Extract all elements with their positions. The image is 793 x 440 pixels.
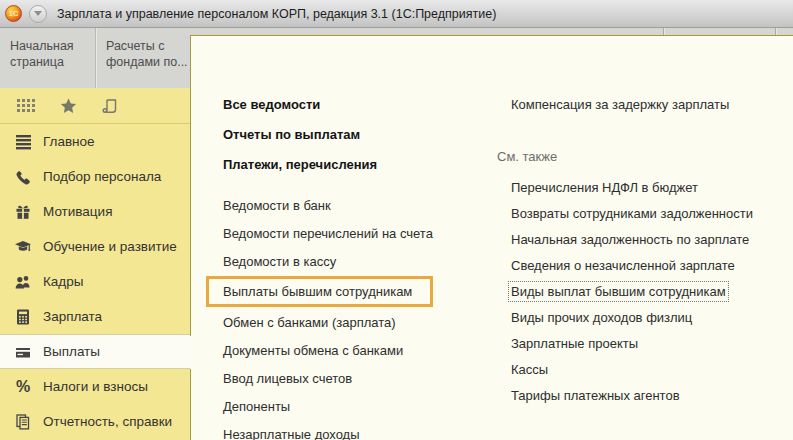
menu-link[interactable]: Компенсация за задержку зарплаты <box>497 89 787 119</box>
sections-grid-icon <box>15 98 37 114</box>
sidebar-item-label: Обучение и развитие <box>43 239 177 254</box>
history-scroll-icon <box>100 97 120 115</box>
sidebar-item-label: Кадры <box>43 274 83 289</box>
menu-link[interactable]: Зарплатные проекты <box>497 330 787 356</box>
gift-icon <box>13 203 33 221</box>
menu-link[interactable]: Возвраты сотрудниками задолженности <box>497 200 787 226</box>
sidebar-item-hr[interactable]: Кадры <box>0 264 190 299</box>
tab-funds-settlements[interactable]: Расчеты с фондами по... <box>96 28 189 88</box>
history-button[interactable] <box>98 95 122 117</box>
favorites-button[interactable] <box>56 95 80 117</box>
see-also-label: См. также <box>497 143 787 169</box>
favorites-star-icon <box>59 97 78 115</box>
sidebar-item-label: Мотивация <box>43 204 112 219</box>
bank-card-icon <box>13 343 33 361</box>
1c-logo-icon: 1С <box>5 5 22 22</box>
tab-label: Начальная страница <box>10 39 74 69</box>
sections-sidebar: Главное Подбор персонала Мотивация Обуче… <box>0 88 190 440</box>
menu-column-1: Все ведомости Отчеты по выплатам Платежи… <box>223 89 433 440</box>
sidebar-item-motivation[interactable]: Мотивация <box>0 194 190 229</box>
menu-links-group: Компенсация за задержку зарплаты <box>497 89 787 119</box>
menu-link[interactable]: Тарифы платежных агентов <box>497 382 787 408</box>
menu-header-link[interactable]: Платежи, перечисления <box>223 149 433 179</box>
tab-label: Расчеты с фондами по... <box>106 39 188 69</box>
menu-link[interactable]: Обмен с банками (зарплата) <box>223 308 433 336</box>
menu-link[interactable]: Виды прочих доходов физлиц <box>497 304 787 330</box>
tab-home-page[interactable]: Начальная страница <box>0 28 94 88</box>
menu-link[interactable]: Ведомости в банк <box>223 191 433 219</box>
sidebar-item-label: Налоги и взносы <box>43 379 148 394</box>
sidebar-item-reports[interactable]: Отчетность, справки <box>0 404 190 439</box>
menu-column-2: Компенсация за задержку зарплаты См. так… <box>497 89 787 408</box>
payments-section-menu-panel: Все ведомости Отчеты по выплатам Платежи… <box>190 35 793 440</box>
sidebar-item-label: Зарплата <box>43 309 102 324</box>
sidebar-item-main[interactable]: Главное <box>0 124 190 159</box>
phone-icon <box>13 168 33 186</box>
main-menu-button[interactable] <box>29 5 47 23</box>
sidebar-item-taxes[interactable]: % Налоги и взносы <box>0 369 190 404</box>
sidebar-toolbar <box>0 88 190 124</box>
menu-link[interactable]: Перечисления НДФЛ в бюджет <box>497 174 787 200</box>
sidebar-item-payments[interactable]: Выплаты <box>0 334 190 369</box>
active-item-panel-bridge <box>190 336 191 369</box>
menu-link[interactable]: Ведомости перечислений на счета <box>223 219 433 247</box>
menu-header-link[interactable]: Все ведомости <box>223 89 433 119</box>
sidebar-item-training[interactable]: Обучение и развитие <box>0 229 190 264</box>
sidebar-item-label: Выплаты <box>43 344 100 359</box>
chevron-down-icon <box>34 11 42 16</box>
people-icon <box>13 273 33 291</box>
menu-link[interactable]: Ввод лицевых счетов <box>223 364 433 392</box>
menu-links-group: Ведомости в банк Ведомости перечислений … <box>223 191 433 440</box>
menu-lines-icon <box>13 133 33 151</box>
sidebar-item-salary[interactable]: Зарплата <box>0 299 190 334</box>
menu-link-payment-types-former-employees-focused[interactable]: Виды выплат бывшим сотрудникам <box>497 278 787 304</box>
menu-link[interactable]: Незарплатные доходы <box>223 420 433 440</box>
sidebar-item-label: Главное <box>43 134 95 149</box>
sidebar-item-label: Отчетность, справки <box>43 414 172 429</box>
menu-header-link[interactable]: Отчеты по выплатам <box>223 119 433 149</box>
title-bar: 1С Зарплата и управление персоналом КОРП… <box>0 0 793 28</box>
logo-text: 1С <box>8 9 18 18</box>
menu-link[interactable]: Начальная задолженность по зарплате <box>497 226 787 252</box>
menu-link[interactable]: Ведомости в кассу <box>223 247 433 275</box>
menu-link[interactable]: Сведения о незачисленной зарплате <box>497 252 787 278</box>
sidebar-item-label: Подбор персонала <box>43 169 161 184</box>
window-title: Зарплата и управление персоналом КОРП, р… <box>57 7 496 21</box>
sidebar-item-recruiting[interactable]: Подбор персонала <box>0 159 190 194</box>
menu-link-payments-to-former-employees-highlighted[interactable]: Выплаты бывшим сотрудникам <box>206 276 433 307</box>
menu-link[interactable]: Депоненты <box>223 392 433 420</box>
calculator-icon <box>13 308 33 326</box>
graduation-cap-icon <box>13 238 33 256</box>
menu-link[interactable]: Документы обмена с банками <box>223 336 433 364</box>
menu-link[interactable]: Кассы <box>497 356 787 382</box>
percent-icon: % <box>13 378 33 396</box>
all-sections-button[interactable] <box>14 95 38 117</box>
documents-icon <box>13 413 33 431</box>
sections-nav: Главное Подбор персонала Мотивация Обуче… <box>0 124 190 439</box>
